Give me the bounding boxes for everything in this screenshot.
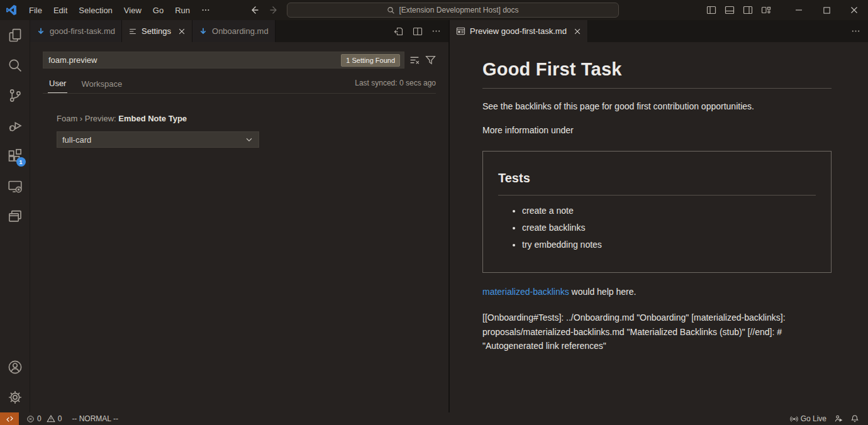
tab-preview-good-first-task[interactable]: Preview good-first-task.md	[450, 20, 588, 42]
explorer-icon[interactable]	[0, 20, 30, 50]
toggle-primary-sidebar-icon[interactable]	[706, 5, 716, 15]
broadcast-icon	[790, 415, 798, 423]
bullet-item: create backlinks	[522, 221, 816, 234]
tab-label: Onboarding.md	[212, 26, 269, 36]
close-tab-icon[interactable]	[574, 28, 581, 35]
titlebar: File Edit Selection View Go Run [Extensi…	[0, 0, 868, 20]
embed-note-type-select[interactable]: full-card	[57, 131, 259, 148]
tab-label: Settings	[142, 26, 171, 36]
toggle-panel-icon[interactable]	[725, 5, 735, 15]
warnings-count: 0	[58, 414, 62, 423]
link-suffix: would help here.	[569, 287, 637, 297]
menu-file[interactable]: File	[23, 3, 48, 18]
menu-run[interactable]: Run	[169, 3, 196, 18]
settings-count-badge: 1 Setting Found	[341, 54, 400, 67]
link-references-paragraph: [[Onboarding#Tests]: ../Onboarding.md "O…	[482, 311, 832, 353]
status-bar: 0 0 -- NORMAL -- Go Live	[0, 412, 868, 425]
tab-settings[interactable]: Settings	[122, 20, 192, 42]
menu-view[interactable]: View	[118, 3, 147, 18]
command-center-search[interactable]: [Extension Development Host] docs	[287, 3, 619, 18]
settings-search-input[interactable]: foam.preview 1 Setting Found	[43, 52, 404, 69]
close-window-button[interactable]	[840, 0, 868, 20]
dropdown-value: full-card	[62, 135, 245, 145]
source-control-icon[interactable]	[0, 80, 30, 111]
right-tabbar: Preview good-first-task.md	[450, 20, 868, 42]
search-icon	[387, 6, 395, 14]
preview-paragraph: More information under	[482, 124, 832, 136]
setting-item: Foam › Preview: Embed Note Type full-car…	[57, 114, 436, 148]
open-settings-json-icon[interactable]	[394, 26, 404, 36]
setting-name: Embed Note Type	[118, 114, 187, 123]
back-arrow-icon[interactable]	[248, 4, 260, 16]
forward-arrow-icon[interactable]	[268, 4, 281, 16]
bullet-item: try embedding notes	[522, 238, 816, 251]
customize-layout-icon[interactable]	[761, 5, 771, 15]
markdown-file-icon	[199, 27, 208, 36]
setting-category: Foam › Preview:	[57, 114, 118, 123]
menu-selection[interactable]: Selection	[73, 3, 118, 18]
errors-count: 0	[37, 414, 42, 423]
go-live-label: Go Live	[801, 414, 826, 423]
go-live-button[interactable]: Go Live	[786, 412, 830, 425]
preview-title: Good First Task	[482, 56, 832, 89]
more-actions-icon[interactable]	[431, 26, 441, 36]
activity-bar: 1	[0, 20, 30, 412]
errors-icon	[26, 415, 35, 423]
vim-mode-status[interactable]: -- NORMAL --	[65, 414, 125, 423]
notifications-bell-icon[interactable]	[847, 412, 863, 425]
tab-good-first-task[interactable]: good-first-task.md	[30, 20, 122, 42]
tab-label: good-first-task.md	[50, 26, 115, 36]
remote-explorer-icon[interactable]	[0, 171, 30, 201]
bullet-item: create a note	[522, 204, 816, 217]
markdown-file-icon	[36, 27, 45, 36]
split-editor-icon[interactable]	[413, 26, 423, 36]
menu-go[interactable]: Go	[147, 3, 169, 18]
clear-settings-search-icon[interactable]	[409, 55, 420, 65]
left-tabbar: good-first-task.md Settings Onboarding.m…	[30, 20, 448, 42]
markdown-preview: Good First Task See the backlinks of thi…	[450, 42, 868, 412]
more-actions-icon[interactable]	[851, 26, 860, 36]
toggle-secondary-sidebar-icon[interactable]	[743, 5, 753, 15]
last-synced-label: Last synced: 0 secs ago	[355, 79, 436, 91]
settings-editor: foam.preview 1 Setting Found User Worksp…	[30, 42, 448, 412]
warnings-icon	[47, 414, 55, 423]
scope-tab-user[interactable]: User	[48, 76, 67, 93]
command-center-label: [Extension Development Host] docs	[399, 6, 518, 14]
tab-onboarding[interactable]: Onboarding.md	[192, 20, 275, 42]
setting-label: Foam › Preview: Embed Note Type	[57, 114, 436, 123]
materialized-backlinks-link[interactable]: materialized-backlinks	[482, 287, 569, 297]
settings-search-value: foam.preview	[48, 55, 341, 65]
embed-bullet-list: create a note create backlinks try embed…	[522, 204, 816, 251]
settings-gear-icon[interactable]	[0, 382, 30, 412]
extensions-icon[interactable]: 1	[0, 141, 30, 171]
vscode-logo-icon	[6, 4, 17, 16]
embed-title: Tests	[498, 169, 816, 196]
menu-edit[interactable]: Edit	[48, 3, 73, 18]
windows-panel-icon[interactable]	[0, 201, 30, 231]
accounts-icon[interactable]	[0, 352, 30, 382]
scope-tab-workspace[interactable]: Workspace	[80, 77, 123, 93]
minimize-button[interactable]	[785, 0, 813, 20]
extensions-badge: 1	[16, 157, 26, 167]
filter-funnel-icon[interactable]	[425, 55, 436, 65]
settings-sliders-icon	[128, 27, 137, 36]
run-debug-icon[interactable]	[0, 111, 30, 141]
close-tab-icon[interactable]	[178, 28, 186, 35]
maximize-button[interactable]	[813, 0, 840, 20]
chevron-down-icon	[245, 135, 253, 144]
tab-label: Preview good-first-task.md	[470, 26, 567, 36]
preview-paragraph: See the backlinks of this page for good …	[482, 100, 832, 113]
link-paragraph: materialized-backlinks would help here.	[482, 285, 832, 298]
menu-more-icon[interactable]	[196, 3, 216, 17]
markdown-preview-icon	[456, 26, 465, 36]
problems-status[interactable]: 0 0	[23, 412, 65, 425]
search-view-icon[interactable]	[0, 50, 30, 80]
embedded-note-card: Tests create a note create backlinks try…	[482, 151, 832, 273]
live-share-icon[interactable]	[830, 412, 847, 425]
remote-indicator[interactable]	[0, 412, 19, 425]
